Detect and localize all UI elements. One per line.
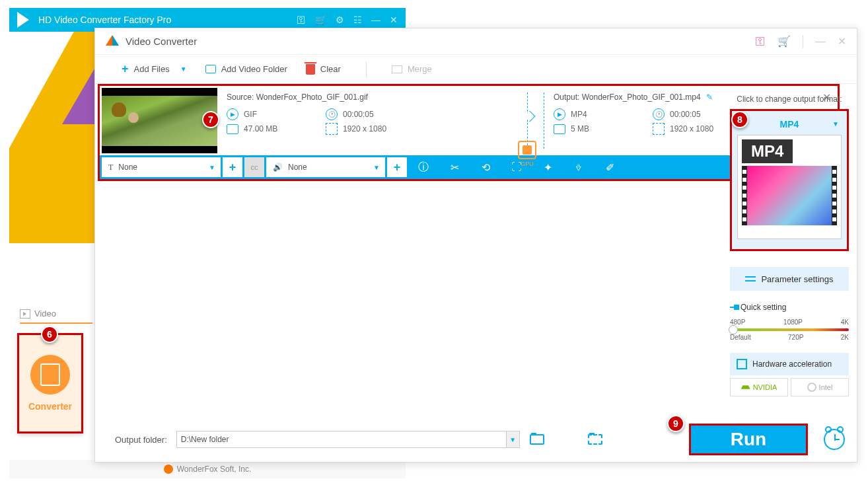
cc-button[interactable]: cc bbox=[244, 157, 264, 177]
clock-icon: 🕐 bbox=[326, 108, 338, 120]
hardware-accel-button[interactable]: Hardware acceleration bbox=[730, 353, 849, 375]
gear-icon[interactable]: ⚙ bbox=[336, 15, 344, 25]
gpu-label: GPU bbox=[518, 161, 536, 167]
edit-icon[interactable]: ✎ bbox=[706, 93, 713, 102]
key-icon[interactable]: ⚿ bbox=[755, 36, 766, 48]
quick-setting-panel: Quick setting 480P 1080P 4K Default 720P… bbox=[730, 303, 849, 341]
out-duration: 00:00:05 bbox=[670, 110, 701, 119]
src-format: GIF bbox=[244, 110, 257, 119]
converter-label: Converter bbox=[28, 401, 72, 412]
edit-pen-icon[interactable]: ✐ bbox=[595, 155, 624, 179]
key-icon[interactable]: ⚿ bbox=[297, 15, 306, 25]
merge-button: Merge bbox=[392, 64, 432, 74]
video-converter-window: Video Converter ⚿ 🛒 — ✕ + Add Files ▼ Ad… bbox=[94, 28, 857, 463]
add-subtitle-button[interactable]: + bbox=[223, 157, 242, 177]
nvidia-button[interactable]: NVIDIA bbox=[730, 378, 788, 396]
res-720p: 720P bbox=[788, 334, 803, 341]
add-audio-button[interactable]: + bbox=[387, 157, 407, 177]
src-resolution: 1920 x 1080 bbox=[343, 124, 386, 133]
quality-slider[interactable] bbox=[730, 328, 849, 331]
cart-icon[interactable]: 🛒 bbox=[778, 35, 791, 48]
close-icon[interactable]: ✕ bbox=[390, 15, 398, 25]
subtitle-select[interactable]: T None ▼ bbox=[102, 157, 221, 177]
nvidia-logo-icon bbox=[741, 383, 750, 392]
converter-tile[interactable]: Converter bbox=[17, 333, 83, 433]
output-format-selector[interactable]: MP4 ▼ MP4 bbox=[730, 109, 849, 251]
src-size: 47.00 MB bbox=[244, 124, 277, 133]
output-format-label: MP4 bbox=[780, 119, 799, 130]
video-thumbnail[interactable] bbox=[102, 88, 217, 153]
out-size: 5 MB bbox=[571, 124, 589, 133]
res-1080p: 1080P bbox=[783, 319, 803, 326]
run-button[interactable]: Run bbox=[689, 424, 808, 455]
main-logo-icon bbox=[106, 35, 119, 48]
res-4k: 4K bbox=[841, 319, 849, 326]
list-icon[interactable]: ☷ bbox=[353, 15, 362, 25]
rotate-icon[interactable]: ⟲ bbox=[471, 155, 500, 179]
right-panel: Click to change output format: MP4 ▼ MP4… bbox=[730, 94, 849, 396]
format-preview: MP4 bbox=[737, 135, 842, 239]
run-label: Run bbox=[731, 429, 766, 450]
chevron-down-icon[interactable]: ▼ bbox=[180, 65, 187, 73]
audio-select[interactable]: 🔊 None ▼ bbox=[266, 157, 385, 177]
folder-icon bbox=[205, 65, 216, 73]
main-title: Video Converter bbox=[126, 36, 755, 47]
video-section-label: Video bbox=[34, 309, 56, 319]
slider-thumb[interactable] bbox=[729, 325, 738, 334]
hw-label: Hardware acceleration bbox=[752, 359, 832, 369]
video-icon bbox=[20, 309, 30, 319]
chevron-down-icon: ▼ bbox=[209, 164, 215, 171]
merge-icon bbox=[392, 65, 402, 73]
intel-logo-icon bbox=[807, 383, 816, 392]
out-format: MP4 bbox=[571, 110, 587, 119]
callout-8: 8 bbox=[731, 111, 748, 128]
res-2k: 2K bbox=[841, 334, 849, 341]
trash-icon bbox=[306, 64, 315, 75]
bg-app-title: HD Video Converter Factory Pro bbox=[38, 15, 297, 25]
output-folder-input[interactable]: D:\New folder ▼ bbox=[176, 431, 520, 448]
subtitle-value: None bbox=[118, 163, 137, 172]
clear-button[interactable]: Clear bbox=[306, 64, 341, 75]
intel-button[interactable]: Intel bbox=[791, 378, 849, 396]
plus-icon: + bbox=[122, 62, 129, 76]
clear-label: Clear bbox=[320, 64, 341, 74]
add-files-label: Add Files bbox=[134, 64, 170, 74]
quick-setting-label: Quick setting bbox=[741, 303, 786, 312]
footer-logo-icon bbox=[164, 465, 173, 474]
filesize-icon bbox=[227, 124, 238, 134]
intel-label: Intel bbox=[819, 383, 833, 391]
open-folder-button[interactable] bbox=[587, 433, 603, 446]
minimize-icon[interactable]: — bbox=[815, 36, 826, 48]
watermark-icon[interactable]: ⎀ bbox=[564, 155, 593, 179]
converter-icon bbox=[30, 355, 70, 395]
gpu-badge: GPU bbox=[518, 141, 536, 167]
res-default: Default bbox=[730, 334, 751, 341]
chevron-down-icon[interactable]: ▼ bbox=[506, 432, 519, 447]
format-hint: Click to change output format: bbox=[730, 94, 849, 104]
browse-folder-button[interactable] bbox=[529, 433, 545, 446]
merge-label: Merge bbox=[408, 64, 432, 74]
parameter-settings-button[interactable]: Parameter settings bbox=[730, 267, 849, 291]
info-icon[interactable]: ⓘ bbox=[409, 155, 438, 179]
effects-icon[interactable]: ✦ bbox=[533, 155, 562, 179]
minimize-icon[interactable]: — bbox=[371, 15, 380, 25]
sliders-icon bbox=[745, 275, 756, 283]
add-files-button[interactable]: + Add Files ▼ bbox=[122, 62, 187, 76]
resolution-icon bbox=[326, 123, 338, 135]
main-titlebar: Video Converter ⚿ 🛒 — ✕ bbox=[95, 28, 857, 55]
chevron-down-icon: ▼ bbox=[832, 120, 839, 128]
gpu-chip-icon bbox=[518, 141, 536, 159]
cut-icon[interactable]: ✂ bbox=[440, 155, 469, 179]
add-folder-label: Add Video Folder bbox=[221, 64, 287, 74]
add-folder-button[interactable]: Add Video Folder bbox=[205, 64, 287, 74]
format-icon: ▶ bbox=[227, 108, 238, 120]
toolbar: + Add Files ▼ Add Video Folder Clear Mer… bbox=[95, 55, 857, 84]
audio-value: None bbox=[288, 163, 307, 172]
cart-icon[interactable]: 🛒 bbox=[315, 15, 326, 25]
close-icon[interactable]: ✕ bbox=[838, 35, 846, 48]
callout-6: 6 bbox=[41, 326, 58, 343]
chevron-down-icon: ▼ bbox=[373, 164, 380, 171]
clock-icon: 🕐 bbox=[653, 108, 665, 120]
video-section-tab[interactable]: Video bbox=[20, 309, 92, 324]
resolution-icon bbox=[653, 123, 665, 135]
